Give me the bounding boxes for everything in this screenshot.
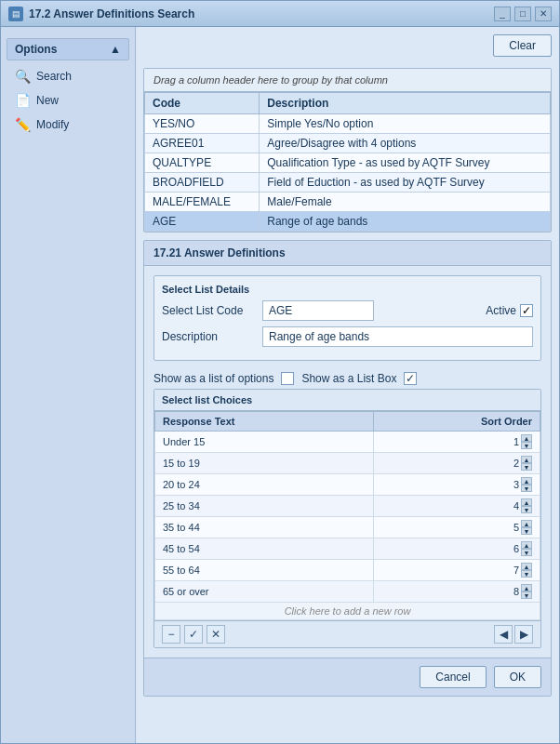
cell-sort: 8▲▼ xyxy=(373,581,540,603)
spin-up[interactable]: ▲ xyxy=(521,563,532,570)
spin-buttons[interactable]: ▲▼ xyxy=(521,456,532,471)
spin-up[interactable]: ▲ xyxy=(521,477,532,485)
minimize-button[interactable]: _ xyxy=(494,7,511,21)
spin-down[interactable]: ▼ xyxy=(521,570,532,578)
cell-description: Agree/Disagree with 4 options xyxy=(260,134,551,153)
table-row[interactable]: BROADFIELDField of Eduction - as used by… xyxy=(145,173,551,193)
table-row[interactable]: AGERange of age bands xyxy=(145,212,551,232)
cell-code: YES/NO xyxy=(145,114,260,134)
sidebar-item-new[interactable]: 📄 New xyxy=(1,88,135,113)
cell-response: 20 to 24 xyxy=(155,474,374,496)
list-item[interactable]: Under 151▲▼ xyxy=(155,432,540,453)
list-item[interactable]: 55 to 647▲▼ xyxy=(155,560,540,581)
sidebar-item-new-label: New xyxy=(36,94,59,107)
panel-footer: Cancel OK xyxy=(144,658,551,696)
list-item[interactable]: 65 or over8▲▼ xyxy=(155,581,540,603)
title-bar-left: ▤ 17.2 Answer Definitions Search xyxy=(8,7,194,21)
list-item[interactable]: 45 to 546▲▼ xyxy=(155,538,540,560)
nav-toolbar: ◀ ▶ xyxy=(494,625,533,644)
spin-up[interactable]: ▲ xyxy=(521,456,532,463)
fieldset-title: Select List Details xyxy=(162,284,533,295)
confirm-button[interactable]: ✓ xyxy=(184,625,203,644)
spin-down[interactable]: ▼ xyxy=(521,485,532,492)
spin-up[interactable]: ▲ xyxy=(521,541,532,549)
spin-buttons[interactable]: ▲▼ xyxy=(521,584,532,599)
choices-toolbar: − ✓ ✕ ◀ ▶ xyxy=(154,620,540,647)
active-checkbox[interactable]: ✓ xyxy=(520,304,533,317)
list-item[interactable]: 20 to 243▲▼ xyxy=(155,474,540,496)
results-table: Code Description YES/NOSimple Yes/No opt… xyxy=(144,92,551,232)
spin-down[interactable]: ▼ xyxy=(521,527,532,535)
show-as-listbox-label: Show as a List Box xyxy=(301,372,396,385)
ok-button[interactable]: OK xyxy=(494,666,541,688)
spin-down[interactable]: ▼ xyxy=(521,442,532,449)
add-row-hint[interactable]: Click here to add a new row xyxy=(155,603,540,620)
spin-down[interactable]: ▼ xyxy=(521,591,532,599)
add-row[interactable]: Click here to add a new row xyxy=(155,603,540,620)
cell-sort: 6▲▼ xyxy=(373,538,540,560)
cell-sort: 7▲▼ xyxy=(373,560,540,581)
spin-buttons[interactable]: ▲▼ xyxy=(521,563,532,578)
choices-section: Select list Choices Response Text Sort O… xyxy=(153,389,541,648)
add-button[interactable]: − xyxy=(162,625,180,644)
spin-up[interactable]: ▲ xyxy=(521,584,532,591)
choices-title: Select list Choices xyxy=(154,390,540,411)
cell-code: MALE/FEMALE xyxy=(145,193,260,212)
show-as-listbox-checkbox[interactable]: ✓ xyxy=(404,372,417,385)
code-row: Select List Code Active ✓ xyxy=(162,300,533,321)
prev-button[interactable]: ◀ xyxy=(494,625,513,644)
clear-btn-row: Clear xyxy=(143,34,552,60)
spin-buttons[interactable]: ▲▼ xyxy=(521,477,532,492)
table-row[interactable]: QUALTYPEQualification Type - as used by … xyxy=(145,153,551,173)
main-window: ▤ 17.2 Answer Definitions Search _ □ ✕ O… xyxy=(0,0,560,744)
col-code: Code xyxy=(145,93,260,114)
answer-def-panel: 17.21 Answer Definitions Select List Det… xyxy=(143,240,552,697)
code-label: Select List Code xyxy=(162,304,255,317)
spin-up[interactable]: ▲ xyxy=(521,498,532,506)
modify-icon: ✏️ xyxy=(14,116,31,133)
table-row[interactable]: AGREE01Agree/Disagree with 4 options xyxy=(145,134,551,153)
new-icon: 📄 xyxy=(14,92,31,109)
spin-down[interactable]: ▼ xyxy=(521,506,532,513)
sidebar-item-modify[interactable]: ✏️ Modify xyxy=(1,113,135,137)
cell-response: 65 or over xyxy=(155,581,374,603)
sidebar: Options ▲ 🔍 Search 📄 New ✏️ Modify xyxy=(1,27,136,743)
spin-down[interactable]: ▼ xyxy=(521,463,532,471)
show-as-list-label: Show as a list of options xyxy=(153,372,273,385)
clear-button[interactable]: Clear xyxy=(493,34,552,57)
select-list-details: Select List Details Select List Code Act… xyxy=(153,275,541,361)
spin-buttons[interactable]: ▲▼ xyxy=(521,541,532,556)
next-button[interactable]: ▶ xyxy=(514,625,533,644)
table-row[interactable]: MALE/FEMALEMale/Female xyxy=(145,193,551,212)
cell-sort: 4▲▼ xyxy=(373,496,540,517)
cancel-button[interactable]: Cancel xyxy=(420,666,486,688)
discard-button[interactable]: ✕ xyxy=(207,625,225,644)
close-button[interactable]: ✕ xyxy=(535,7,552,21)
table-row[interactable]: YES/NOSimple Yes/No option xyxy=(145,114,551,134)
sidebar-item-search[interactable]: 🔍 Search xyxy=(1,64,135,88)
drag-header: Drag a column header here to group by th… xyxy=(144,69,551,92)
spin-down[interactable]: ▼ xyxy=(521,549,532,556)
description-input[interactable] xyxy=(262,326,533,347)
col-description: Description xyxy=(260,93,551,114)
list-item[interactable]: 15 to 192▲▼ xyxy=(155,453,540,474)
spin-up[interactable]: ▲ xyxy=(521,520,532,527)
cell-response: 15 to 19 xyxy=(155,453,374,474)
spin-buttons[interactable]: ▲▼ xyxy=(521,498,532,513)
code-input[interactable] xyxy=(262,300,374,321)
cell-sort: 1▲▼ xyxy=(373,432,540,453)
sidebar-item-modify-label: Modify xyxy=(36,118,69,131)
spin-up[interactable]: ▲ xyxy=(521,434,532,442)
panel-body: Select List Details Select List Code Act… xyxy=(144,266,551,658)
sidebar-section-options[interactable]: Options ▲ xyxy=(7,38,129,60)
list-item[interactable]: 25 to 344▲▼ xyxy=(155,496,540,517)
list-item[interactable]: 35 to 445▲▼ xyxy=(155,517,540,538)
active-label: Active xyxy=(486,304,516,317)
window-title: 17.2 Answer Definitions Search xyxy=(29,7,194,20)
spin-buttons[interactable]: ▲▼ xyxy=(521,520,532,535)
maximize-button[interactable]: □ xyxy=(514,7,531,21)
spin-buttons[interactable]: ▲▼ xyxy=(521,434,532,449)
cell-code: BROADFIELD xyxy=(145,173,260,193)
show-as-list-checkbox[interactable] xyxy=(281,372,294,385)
cell-response: 35 to 44 xyxy=(155,517,374,538)
